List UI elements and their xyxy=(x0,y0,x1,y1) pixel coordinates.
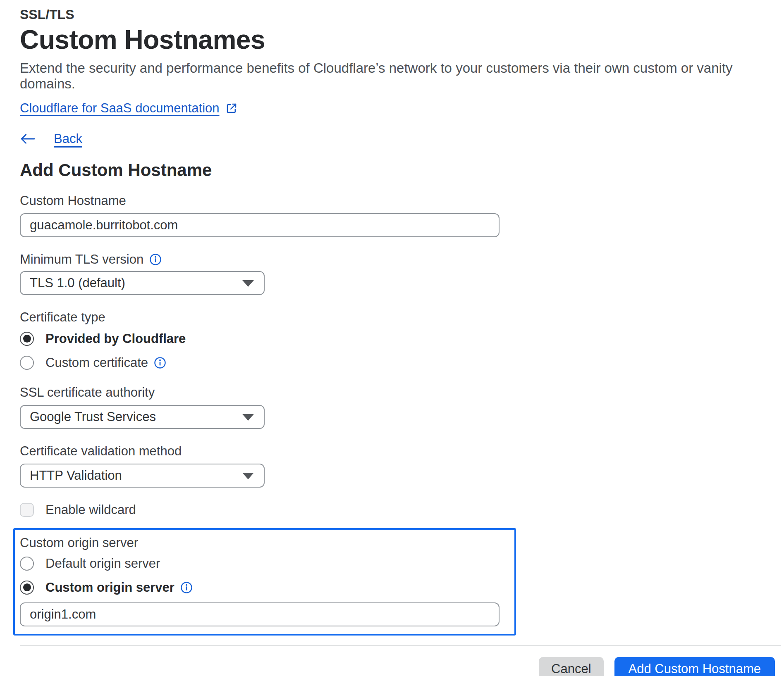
page-description: Extend the security and performance bene… xyxy=(20,60,781,92)
validation-method-select[interactable]: HTTP Validation xyxy=(20,464,265,488)
custom-hostname-input[interactable] xyxy=(20,213,500,237)
validation-method-field: Certificate validation method HTTP Valid… xyxy=(20,444,781,488)
radio-provided-by-cloudflare-label: Provided by Cloudflare xyxy=(45,331,186,346)
validation-method-label: Certificate validation method xyxy=(20,444,781,459)
footer-divider xyxy=(20,645,781,646)
radio-selected-icon xyxy=(20,581,34,595)
chevron-down-icon xyxy=(242,414,254,421)
ssl-authority-selected-value: Google Trust Services xyxy=(30,409,156,424)
chevron-down-icon xyxy=(242,280,254,287)
radio-provided-by-cloudflare[interactable]: Provided by Cloudflare xyxy=(20,331,781,346)
chevron-down-icon xyxy=(242,473,254,479)
info-icon[interactable] xyxy=(149,253,162,266)
radio-default-origin-server[interactable]: Default origin server xyxy=(20,556,500,571)
radio-custom-origin-server[interactable]: Custom origin server xyxy=(20,580,500,595)
back-link[interactable]: Back xyxy=(54,131,82,146)
back-row: Back xyxy=(20,131,781,146)
checkbox-unchecked-icon[interactable] xyxy=(20,503,34,517)
minimum-tls-select[interactable]: TLS 1.0 (default) xyxy=(20,271,265,295)
ssl-authority-field: SSL certificate authority Google Trust S… xyxy=(20,385,781,429)
info-icon[interactable] xyxy=(154,357,166,369)
ssl-authority-label: SSL certificate authority xyxy=(20,385,781,400)
saas-documentation-link[interactable]: Cloudflare for SaaS documentation xyxy=(20,100,238,117)
enable-wildcard-label: Enable wildcard xyxy=(45,502,136,517)
cancel-button[interactable]: Cancel xyxy=(539,657,604,676)
ssl-authority-select[interactable]: Google Trust Services xyxy=(20,405,265,429)
external-link-icon xyxy=(225,102,238,114)
custom-hostname-label: Custom Hostname xyxy=(20,193,781,208)
custom-origin-server-group: Custom origin server Default origin serv… xyxy=(13,528,516,636)
footer-actions: Cancel Add Custom Hostname xyxy=(20,657,775,676)
enable-wildcard-row[interactable]: Enable wildcard xyxy=(20,502,781,517)
radio-default-origin-server-label: Default origin server xyxy=(45,556,160,571)
certificate-type-field: Certificate type Provided by Cloudflare … xyxy=(20,310,781,370)
minimum-tls-label: Minimum TLS version xyxy=(20,252,143,267)
info-icon[interactable] xyxy=(180,581,193,594)
radio-selected-icon xyxy=(20,332,34,346)
radio-custom-certificate-label: Custom certificate xyxy=(45,355,148,370)
radio-unselected-icon xyxy=(20,557,34,571)
certificate-type-label: Certificate type xyxy=(20,310,781,325)
form-title: Add Custom Hostname xyxy=(20,160,781,180)
add-custom-hostname-button[interactable]: Add Custom Hostname xyxy=(614,657,775,676)
custom-hostname-field: Custom Hostname xyxy=(20,193,781,237)
custom-origin-server-group-label: Custom origin server xyxy=(20,536,500,550)
minimum-tls-field: Minimum TLS version TLS 1.0 (default) xyxy=(20,252,781,295)
validation-method-selected-value: HTTP Validation xyxy=(30,468,122,483)
radio-unselected-icon xyxy=(20,356,34,370)
arrow-left-icon[interactable] xyxy=(20,132,36,145)
section-eyebrow: SSL/TLS xyxy=(20,7,781,22)
custom-hostnames-page: SSL/TLS Custom Hostnames Extend the secu… xyxy=(0,0,784,676)
radio-custom-origin-server-label: Custom origin server xyxy=(45,580,174,595)
radio-custom-certificate[interactable]: Custom certificate xyxy=(20,355,781,370)
saas-documentation-link-label: Cloudflare for SaaS documentation xyxy=(20,100,220,117)
page-title: Custom Hostnames xyxy=(20,25,781,54)
minimum-tls-selected-value: TLS 1.0 (default) xyxy=(30,276,125,290)
custom-origin-server-input[interactable] xyxy=(20,602,500,626)
